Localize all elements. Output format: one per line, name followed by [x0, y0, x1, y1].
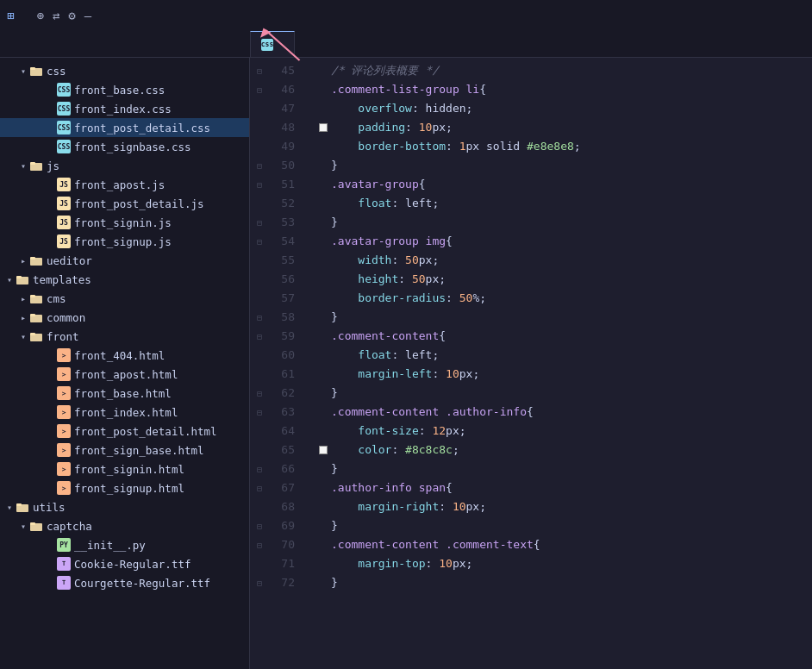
tab-front-post-detail-css[interactable]: css — [250, 31, 295, 57]
sidebar-item-front-base-html[interactable]: ＞front_base.html — [0, 384, 249, 403]
sidebar: cssCSSfront_base.cssCSSfront_index.cssCS… — [0, 58, 250, 669]
sidebar-item-init-py[interactable]: PY__init__.py — [0, 535, 249, 554]
sidebar-label-courgette-ttf: Courgette-Regular.ttf — [74, 577, 210, 590]
add-icon[interactable]: ⊕ — [36, 9, 43, 22]
sidebar-label-front-signup-html: front_signup.html — [74, 482, 184, 495]
fold-icon[interactable]: ⊟ — [257, 66, 262, 76]
css-icon: CSS — [57, 121, 71, 134]
code-line-70: .comment-content .comment-text{ — [319, 535, 812, 554]
arrow-utils-folder — [3, 501, 16, 513]
fold-icon[interactable]: ⊟ — [257, 161, 262, 171]
sidebar-item-front-base-css[interactable]: CSSfront_base.css — [0, 80, 249, 99]
split-icon[interactable]: ⇄ — [53, 9, 59, 22]
sidebar-label-front-base-css: front_base.css — [74, 84, 165, 97]
html-icon: ＞ — [57, 481, 71, 495]
sidebar-item-front-post-detail-js[interactable]: JSfront_post_detail.js — [0, 194, 249, 213]
editor[interactable]: ⊟⊟⊟⊟⊟⊟⊟⊟⊟⊟⊟⊟⊟⊟⊟ 454647484950515253545556… — [250, 58, 812, 669]
code-line-48: padding: 10px; — [319, 118, 812, 137]
sidebar-item-front-signup-js[interactable]: JSfront_signup.js — [0, 232, 249, 251]
fold-icon[interactable]: ⊟ — [257, 522, 262, 531]
sidebar-item-common-folder[interactable]: common — [0, 308, 249, 327]
gutter-line-53: ⊟ — [250, 213, 269, 232]
title-bar-left: ⊞ ⊕ ⇄ ⚙ — — [7, 9, 91, 22]
sidebar-item-cookie-ttf[interactable]: TCookie-Regular.ttf — [0, 554, 249, 573]
line-number-55: 55 — [269, 251, 303, 270]
sidebar-item-front-index-html[interactable]: ＞front_index.html — [0, 403, 249, 422]
sidebar-item-front-post-detail-html[interactable]: ＞front_post_detail.html — [0, 422, 249, 441]
arrow-common-folder — [17, 311, 29, 323]
title-bar: ⊞ ⊕ ⇄ ⚙ — — [0, 0, 812, 31]
gutter-line-54: ⊟ — [250, 232, 269, 251]
svg-rect-9 — [30, 295, 35, 297]
arrow-templates-folder — [3, 273, 16, 285]
line-number-64: 64 — [269, 422, 303, 441]
fold-icon[interactable]: ⊟ — [257, 465, 262, 474]
fold-icon[interactable]: ⊟ — [257, 85, 262, 95]
sidebar-item-front-apost-html[interactable]: ＞front_apost.html — [0, 365, 249, 384]
js-icon: JS — [57, 197, 71, 210]
sidebar-item-courgette-ttf[interactable]: TCourgette-Regular.ttf — [0, 573, 249, 592]
sidebar-label-css-folder: css — [47, 65, 66, 78]
sidebar-item-front-signin-html[interactable]: ＞front_signin.html — [0, 460, 249, 478]
fold-icon[interactable]: ⊟ — [257, 408, 262, 417]
code-line-64: font-size: 12px; — [319, 422, 812, 441]
code-line-49: border-bottom: 1px solid #e8e8e8; — [319, 137, 812, 156]
sidebar-item-cms-folder[interactable]: cms — [0, 289, 249, 308]
code-line-68: margin-right: 10px; — [319, 497, 812, 516]
sidebar-item-front-apost-js[interactable]: JSfront_apost.js — [0, 175, 249, 194]
code-line-60: float: left; — [319, 346, 812, 365]
gutter-line-67: ⊟ — [250, 478, 269, 497]
fold-icon[interactable]: ⊟ — [257, 218, 262, 228]
sidebar-item-utils-folder[interactable]: utils — [0, 497, 249, 516]
svg-rect-15 — [16, 503, 22, 506]
sidebar-item-front-signbase-css[interactable]: CSSfront_signbase.css — [0, 137, 249, 156]
line-number-56: 56 — [269, 270, 303, 289]
code-line-65: color: #8c8c8c; — [319, 441, 812, 460]
main-area: cssCSSfront_base.cssCSSfront_index.cssCS… — [0, 58, 812, 669]
line-number-62: 62 — [269, 384, 303, 403]
line-number-48: 48 — [269, 118, 303, 137]
minimize-icon[interactable]: — — [84, 9, 91, 22]
fold-icon[interactable]: ⊟ — [257, 484, 262, 493]
settings-icon[interactable]: ⚙ — [68, 9, 75, 22]
folder-open-icon — [29, 519, 43, 533]
fold-icon[interactable]: ⊟ — [257, 180, 262, 190]
code-line-47: overflow: hidden; — [319, 99, 812, 118]
title-bar-icons: ⊕ ⇄ ⚙ — — [36, 9, 91, 22]
gutter-line-64 — [250, 422, 269, 441]
gutter-line-56 — [250, 270, 269, 289]
sidebar-item-front-folder[interactable]: front — [0, 327, 249, 346]
sidebar-item-ueditor-folder[interactable]: ueditor — [0, 251, 249, 270]
sidebar-item-front-signin-js[interactable]: JSfront_signin.js — [0, 213, 249, 232]
fold-icon[interactable]: ⊟ — [257, 313, 262, 322]
sidebar-item-front-sign-base-html[interactable]: ＞front_sign_base.html — [0, 441, 249, 460]
line-number-67: 67 — [269, 478, 303, 497]
fold-icon[interactable]: ⊟ — [257, 541, 262, 550]
code-line-69: } — [319, 516, 812, 535]
gutter-line-72: ⊟ — [250, 573, 269, 592]
sidebar-label-templates-folder: templates — [33, 273, 91, 286]
code-line-51: .avatar-group{ — [319, 175, 812, 194]
sidebar-item-front-signup-html[interactable]: ＞front_signup.html — [0, 478, 249, 497]
fold-icon[interactable]: ⊟ — [257, 332, 262, 341]
fold-icon[interactable]: ⊟ — [257, 237, 262, 247]
fold-icon[interactable]: ⊟ — [257, 578, 262, 588]
sidebar-item-js-folder[interactable]: js — [0, 156, 249, 175]
code-line-67: .author-info span{ — [319, 478, 812, 497]
gutter-line-63: ⊟ — [250, 403, 269, 422]
sidebar-label-front-sign-base-html: front_sign_base.html — [74, 444, 204, 457]
code-line-57: border-radius: 50%; — [319, 289, 812, 308]
fold-icon[interactable]: ⊟ — [257, 389, 262, 398]
code-line-53: } — [319, 213, 812, 232]
sidebar-label-cms-folder: cms — [47, 292, 66, 305]
sidebar-item-front-404-html[interactable]: ＞front_404.html — [0, 346, 249, 365]
arrow-captcha-folder — [17, 520, 29, 532]
folder-open-icon — [16, 272, 29, 286]
sidebar-item-captcha-folder[interactable]: captcha — [0, 516, 249, 535]
sidebar-item-front-index-css[interactable]: CSSfront_index.css — [0, 99, 249, 118]
line-number-66: 66 — [269, 460, 303, 478]
sidebar-item-css-folder[interactable]: css — [0, 61, 249, 80]
sidebar-item-templates-folder[interactable]: templates — [0, 270, 249, 289]
sidebar-item-front-post-detail-css[interactable]: CSSfront_post_detail.css — [0, 118, 249, 137]
code-area[interactable]: /* 评论列表概要 */.comment-list-group li{ over… — [312, 58, 812, 669]
